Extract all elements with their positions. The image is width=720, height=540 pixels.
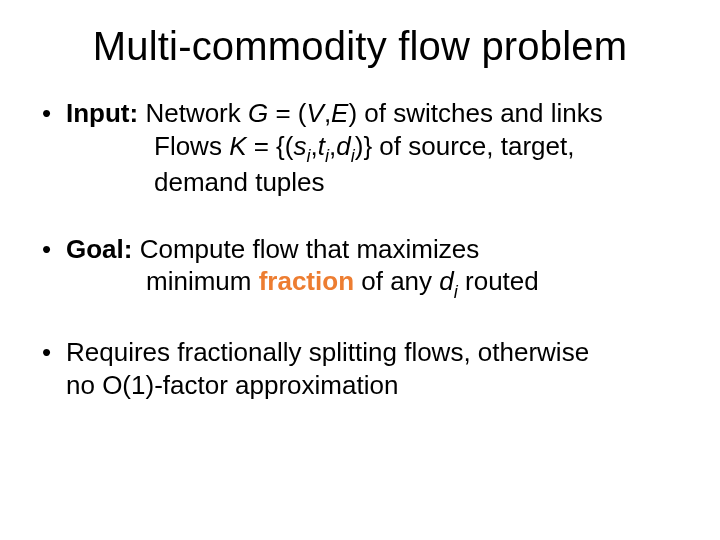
req-line2: no O(1)-factor approximation bbox=[66, 370, 398, 400]
bullet-requires: Requires fractionally splitting flows, o… bbox=[40, 336, 680, 401]
slide-title: Multi-commodity flow problem bbox=[40, 24, 680, 69]
bullet-list: Input: Network G = (V,E) of switches and… bbox=[40, 97, 680, 401]
bullet-goal: Goal: Compute flow that maximizes minimu… bbox=[40, 233, 680, 302]
bullet-input: Input: Network G = (V,E) of switches and… bbox=[40, 97, 680, 199]
goal-line1: Compute flow that maximizes bbox=[140, 234, 480, 264]
input-line2: Flows K = {(si,ti,di)} of source, target… bbox=[66, 130, 680, 167]
accent-fraction: fraction bbox=[259, 266, 354, 296]
req-line1: Requires fractionally splitting flows, o… bbox=[66, 337, 589, 367]
input-line3: demand tuples bbox=[66, 166, 680, 199]
slide: Multi-commodity flow problem Input: Netw… bbox=[0, 0, 720, 540]
goal-label: Goal: bbox=[66, 234, 132, 264]
input-line1: Network G = (V,E) of switches and links bbox=[145, 98, 602, 128]
goal-line2: minimum fraction of any di routed bbox=[66, 265, 680, 302]
input-label: Input: bbox=[66, 98, 138, 128]
